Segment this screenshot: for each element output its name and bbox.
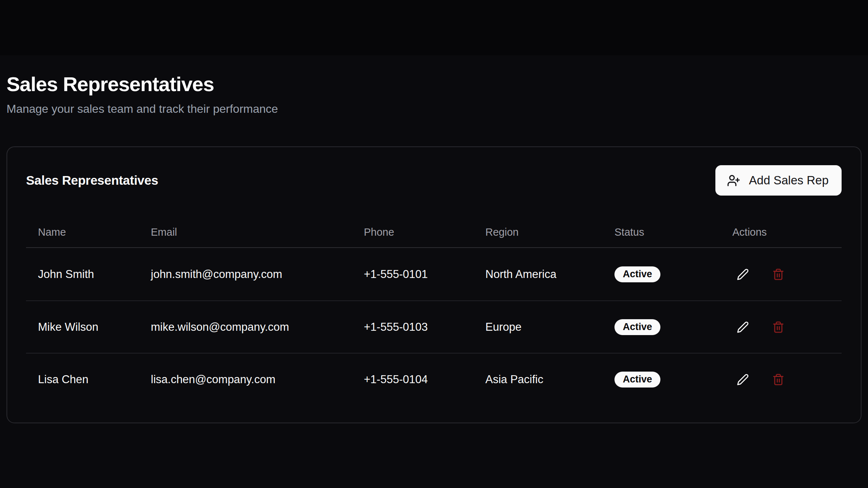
cell-email: mike.wilson@company.com: [139, 321, 352, 334]
cell-actions: [720, 318, 842, 336]
cell-actions: [720, 371, 842, 388]
cell-region: Europe: [473, 321, 603, 334]
status-badge: Active: [614, 319, 660, 335]
card-header: Sales Representatives Add Sales Rep: [26, 165, 842, 196]
column-header-actions: Actions: [720, 226, 842, 238]
trash-icon: [772, 373, 784, 386]
pencil-icon: [737, 321, 749, 333]
sales-reps-table: Name Email Phone Region Status Actions J…: [26, 217, 842, 405]
cell-region: Asia Pacific: [473, 373, 603, 386]
cell-email: lisa.chen@company.com: [139, 373, 352, 386]
sales-reps-card: Sales Representatives Add Sales Rep: [7, 146, 861, 423]
column-header-region: Region: [473, 226, 603, 238]
cell-region: North America: [473, 268, 603, 281]
pencil-icon: [737, 373, 749, 386]
cell-name: Lisa Chen: [26, 373, 139, 386]
table-row: Lisa Chen lisa.chen@company.com +1-555-0…: [26, 353, 842, 405]
cell-name: Mike Wilson: [26, 321, 139, 334]
card-title: Sales Representatives: [26, 173, 158, 188]
delete-button[interactable]: [770, 371, 787, 388]
cell-status: Active: [603, 319, 720, 335]
window-top-area: [0, 0, 868, 55]
trash-icon: [772, 268, 784, 281]
cell-status: Active: [603, 372, 720, 388]
edit-button[interactable]: [734, 371, 752, 388]
screen: Sales Representatives Manage your sales …: [0, 0, 868, 488]
column-header-name: Name: [26, 226, 139, 238]
column-header-status: Status: [603, 226, 720, 238]
trash-icon: [772, 321, 784, 333]
status-badge: Active: [614, 266, 660, 282]
column-header-phone: Phone: [352, 226, 473, 238]
page-subtitle: Manage your sales team and track their p…: [7, 101, 861, 117]
add-sales-rep-button[interactable]: Add Sales Rep: [715, 165, 842, 196]
column-header-email: Email: [139, 226, 352, 238]
table-row: John Smith john.smith@company.com +1-555…: [26, 248, 842, 300]
user-plus-icon: [727, 174, 740, 187]
table-row: Mike Wilson mike.wilson@company.com +1-5…: [26, 300, 842, 353]
delete-button[interactable]: [770, 318, 787, 336]
table-header-row: Name Email Phone Region Status Actions: [26, 217, 842, 248]
add-sales-rep-label: Add Sales Rep: [749, 174, 829, 187]
pencil-icon: [737, 268, 749, 281]
page-title: Sales Representatives: [7, 73, 861, 96]
cell-email: john.smith@company.com: [139, 268, 352, 281]
cell-phone: +1-555-0103: [352, 321, 473, 334]
edit-button[interactable]: [734, 266, 752, 283]
cell-phone: +1-555-0104: [352, 373, 473, 386]
cell-name: John Smith: [26, 268, 139, 281]
edit-button[interactable]: [734, 318, 752, 336]
main-content: Sales Representatives Manage your sales …: [0, 55, 868, 488]
cell-actions: [720, 266, 842, 283]
status-badge: Active: [614, 372, 660, 388]
cell-phone: +1-555-0101: [352, 268, 473, 281]
cell-status: Active: [603, 266, 720, 282]
delete-button[interactable]: [770, 266, 787, 283]
